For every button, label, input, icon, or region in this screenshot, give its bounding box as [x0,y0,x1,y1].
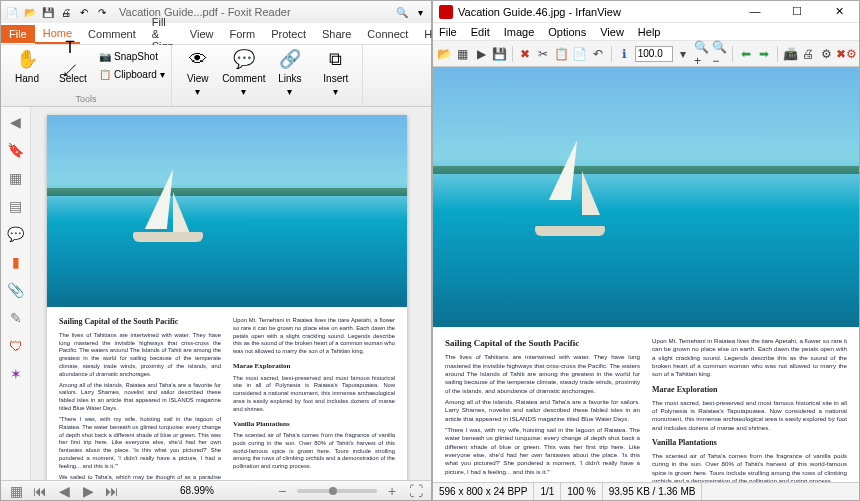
comment-icon: 💬 [232,47,256,71]
ribbon-group-view: 👁View▾ 💬Comment▾ 🔗Links▾ ⧉Insert▾ [172,45,363,106]
print-icon[interactable]: 🖨 [801,45,816,63]
search-icon[interactable]: 🔍 [395,5,409,19]
cut-icon[interactable]: ✂ [536,45,551,63]
zoom-value[interactable]: 68.99% [180,485,214,496]
zoom-slider[interactable] [297,489,377,493]
status-page: 1/1 [534,483,561,500]
zoom-in-icon[interactable]: + [383,482,401,500]
info-icon[interactable]: ℹ [617,45,632,63]
status-bar: ▦ ⏮ ◀ ▶ ⏭ 68.99% − + ⛶ [1,480,431,500]
app-icon [439,5,453,19]
hand-tool-button[interactable]: ✋ Hand [7,47,47,84]
image-viewport[interactable]: Sailing Capital of the South Pacific The… [433,67,859,482]
page-last-icon[interactable]: ⏭ [103,482,121,500]
view-mode-icon[interactable]: ▦ [7,482,25,500]
toolbar: 📂 ▦ ▶ 💾 ✖ ✂ 📋 📄 ↶ ℹ 100.0 ▾ 🔍+ 🔍− ⬅ ➡ 📠 … [433,41,859,67]
thumbnails-icon[interactable]: ▦ [455,45,470,63]
comment-button[interactable]: 💬Comment▾ [224,47,264,97]
tab-view[interactable]: View [182,25,222,43]
page-prev-icon[interactable]: ◀ [55,482,73,500]
menu-bar: File Edit Image Options View Help [433,23,859,41]
page-hero-image [47,115,407,307]
menu-view[interactable]: View [600,26,624,38]
page-hero-image [433,67,859,327]
foxit-window: 📄 📂 💾 🖨 ↶ ↷ Vacation Guide...pdf - Foxit… [0,0,432,501]
collapse-icon[interactable]: ◀ [7,113,25,131]
tab-form[interactable]: Form [221,25,263,43]
foxit-quick-access-toolbar: 📄 📂 💾 🖨 ↶ ↷ Vacation Guide...pdf - Foxit… [1,1,431,23]
zoom-out-icon[interactable]: − [273,482,291,500]
slideshow-icon[interactable]: ▶ [473,45,488,63]
zoom-in-icon[interactable]: 🔍+ [694,45,709,63]
menu-edit[interactable]: Edit [471,26,490,38]
copy-icon[interactable]: 📋 [554,45,569,63]
zoom-out-icon[interactable]: 🔍− [712,45,727,63]
layers-icon[interactable]: ▤ [7,197,25,215]
select-tool-button[interactable]: Ｔ↙ Select [53,47,93,84]
close-button[interactable]: ✕ [825,5,853,18]
undo-icon[interactable]: ↶ [77,5,91,19]
nav-sidebar: ◀ 🔖 ▦ ▤ 💬 ▮ 📎 ✎ 🛡 ✶ [1,107,31,480]
print-icon[interactable]: 🖨 [59,5,73,19]
signature-icon[interactable]: ✎ [7,309,25,327]
minimize-button[interactable]: — [741,5,769,18]
clipboard-button[interactable]: 📋Clipboard ▾ [99,67,165,83]
dropdown-icon[interactable]: ▾ [676,45,691,63]
tab-share[interactable]: Share [314,25,359,43]
tab-comment[interactable]: Comment [80,25,144,43]
save-icon[interactable]: 💾 [492,45,507,63]
ribbon: ✋ Hand Ｔ↙ Select 📷SnapShot 📋Clipboard ▾ … [1,45,431,107]
insert-icon: ⧉ [324,47,348,71]
tab-protect[interactable]: Protect [263,25,314,43]
fullscreen-icon[interactable]: ⛶ [407,482,425,500]
prev-image-icon[interactable]: ⬅ [738,45,753,63]
image-page: Sailing Capital of the South Pacific The… [433,67,859,482]
save-icon[interactable]: 💾 [41,5,55,19]
window-title: Vacation Guide.46.jpg - IrfanView [458,6,621,18]
heading-marae: Marae Exploration [233,362,395,371]
comments-icon[interactable]: 💬 [7,225,25,243]
menu-image[interactable]: Image [504,26,535,38]
heading-sailing: Sailing Capital of the South Pacific [445,337,640,349]
view-button[interactable]: 👁View▾ [178,47,218,97]
prefs-icon[interactable]: ✖⚙ [837,45,855,63]
open-icon[interactable]: 📂 [23,5,37,19]
links-button[interactable]: 🔗Links▾ [270,47,310,97]
next-image-icon[interactable]: ➡ [756,45,771,63]
bookmarks-icon[interactable]: 🔖 [7,141,25,159]
menu-file[interactable]: File [439,26,457,38]
page-next-icon[interactable]: ▶ [79,482,97,500]
settings-icon[interactable]: ⚙ [819,45,834,63]
content-area: ◀ 🔖 ▦ ▤ 💬 ▮ 📎 ✎ 🛡 ✶ Sailing Capital of t… [1,107,431,480]
paste-icon[interactable]: 📄 [572,45,587,63]
menu-options[interactable]: Options [548,26,586,38]
page-text: Sailing Capital of the South Pacific The… [433,327,859,482]
clipboard-icon: 📋 [99,69,111,80]
open-icon[interactable]: 📂 [437,45,452,63]
ribbon-collapse-icon[interactable]: ▾ [413,5,427,19]
highlight-icon[interactable]: ▮ [7,253,25,271]
insert-button[interactable]: ⧉Insert▾ [316,47,356,97]
zoom-field[interactable]: 100.0 [635,46,673,62]
delete-icon[interactable]: ✖ [518,45,533,63]
snapshot-button[interactable]: 📷SnapShot [99,49,165,65]
select-icon: Ｔ↙ [61,47,85,71]
thumbnails-icon[interactable]: ▦ [7,169,25,187]
undo-icon[interactable]: ↶ [590,45,605,63]
redo-icon[interactable]: ↷ [95,5,109,19]
tab-file[interactable]: File [1,25,35,43]
connected-icon[interactable]: ✶ [7,365,25,383]
tab-connect[interactable]: Connect [359,25,416,43]
app-icon: 📄 [5,5,19,19]
page-viewport[interactable]: Sailing Capital of the South Pacific The… [31,107,431,480]
menu-help[interactable]: Help [638,26,661,38]
attachments-icon[interactable]: 📎 [7,281,25,299]
titlebar: Vacation Guide.46.jpg - IrfanView — ☐ ✕ [433,1,859,23]
heading-sailing: Sailing Capital of the South Pacific [59,317,221,328]
maximize-button[interactable]: ☐ [783,5,811,18]
security-icon[interactable]: 🛡 [7,337,25,355]
pdf-page: Sailing Capital of the South Pacific The… [47,115,407,480]
page-first-icon[interactable]: ⏮ [31,482,49,500]
scan-icon[interactable]: 📠 [783,45,798,63]
heading-vanilla: Vanilla Plantations [652,438,847,449]
